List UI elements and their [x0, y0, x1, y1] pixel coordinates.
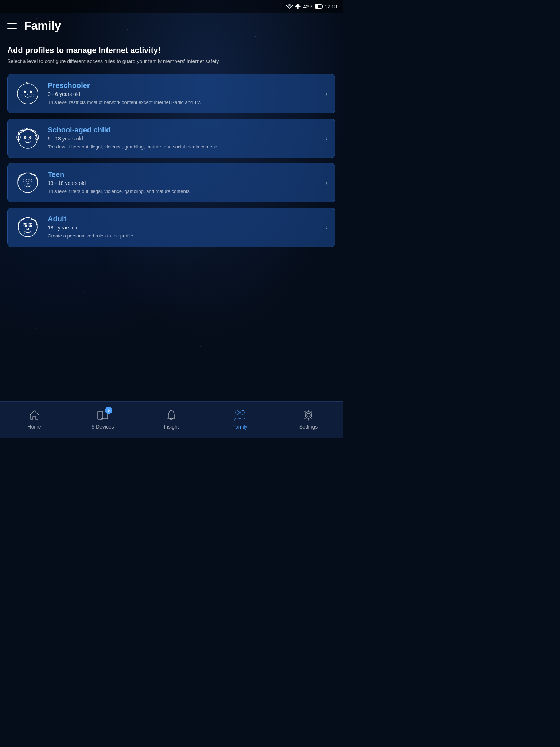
airplane-icon [295, 4, 301, 9]
section-subtitle: Select a level to configure different ac… [7, 58, 335, 65]
devices-badge: 5 [105, 407, 112, 414]
nav-item-devices[interactable]: 5 5 Devices [69, 409, 137, 430]
hamburger-menu[interactable] [7, 23, 17, 29]
adult-card[interactable]: Adult 18+ years old Create a personalize… [7, 208, 335, 247]
home-icon [28, 409, 41, 422]
school-aged-icon [15, 125, 40, 151]
home-label: Home [27, 424, 41, 430]
teen-info: Teen 13 - 18 years old This level filter… [48, 170, 318, 195]
svg-point-19 [24, 185, 25, 186]
adult-age: 18+ years old [48, 225, 318, 231]
svg-point-21 [18, 218, 37, 237]
school-aged-info: School-aged child 6 - 13 years old This … [48, 126, 318, 150]
page-title: Family [24, 19, 61, 32]
settings-label: Settings [299, 424, 318, 430]
nav-item-insight[interactable]: Insight [137, 409, 206, 430]
wifi-icon [286, 4, 293, 9]
svg-point-18 [18, 173, 38, 193]
profile-cards-list: Preschooler 0 - 6 years old This level r… [7, 74, 335, 247]
preschooler-name: Preschooler [48, 81, 318, 90]
svg-point-3 [18, 84, 38, 104]
preschooler-icon [15, 81, 40, 107]
svg-point-30 [236, 411, 239, 414]
hamburger-line-2 [7, 26, 17, 26]
nav-item-home[interactable]: Home [0, 409, 69, 430]
teen-name: Teen [48, 170, 318, 179]
svg-point-6 [25, 92, 26, 92]
svg-point-24 [25, 225, 26, 227]
school-aged-chevron: › [325, 134, 328, 142]
svg-point-8 [27, 94, 28, 95]
bell-icon [165, 409, 178, 422]
adult-desc: Create a personalized rules to the profi… [48, 233, 318, 239]
gear-icon [302, 409, 315, 422]
svg-point-10 [31, 94, 34, 97]
battery-icon [315, 4, 323, 9]
teen-card[interactable]: Teen 13 - 18 years old This level filter… [7, 163, 335, 202]
adult-icon [15, 214, 40, 240]
app-container: 42% 22:13 Family Add profiles to manage … [0, 0, 343, 438]
teen-desc: This level filters out illegal, violence… [48, 188, 318, 195]
svg-rect-27 [101, 413, 108, 419]
svg-point-25 [30, 225, 31, 227]
time-text: 22:13 [325, 4, 337, 9]
preschooler-chevron: › [325, 89, 328, 98]
nav-item-settings[interactable]: Settings [274, 409, 343, 430]
insight-label: Insight [164, 424, 179, 430]
school-aged-desc: This level filters out illegal, violence… [48, 144, 318, 150]
bottom-nav: Home 5 5 Devices [0, 401, 343, 438]
preschooler-age: 0 - 6 years old [48, 91, 318, 97]
preschooler-info: Preschooler 0 - 6 years old This level r… [48, 81, 318, 106]
svg-point-16 [25, 137, 26, 138]
svg-point-20 [30, 185, 31, 186]
teen-chevron: › [325, 178, 328, 187]
status-bar: 42% 22:13 [0, 0, 343, 13]
section-title: Add profiles to manage Internet activity… [7, 46, 335, 55]
school-aged-card[interactable]: School-aged child 6 - 13 years old This … [7, 119, 335, 158]
svg-point-9 [22, 94, 24, 97]
nav-item-family[interactable]: Family [206, 409, 274, 430]
svg-rect-2 [315, 5, 318, 8]
svg-point-7 [31, 92, 31, 92]
adult-chevron: › [325, 223, 328, 231]
battery-text: 42% [303, 4, 312, 9]
top-bar: Family [0, 13, 343, 38]
devices-label: 5 Devices [92, 424, 114, 430]
adult-name: Adult [48, 215, 318, 223]
svg-point-32 [307, 413, 310, 417]
hamburger-line-1 [7, 23, 17, 24]
svg-point-33 [305, 412, 312, 418]
teen-icon [15, 170, 40, 196]
svg-rect-1 [322, 5, 323, 8]
svg-point-17 [30, 137, 31, 138]
main-content: Add profiles to manage Internet activity… [0, 38, 343, 401]
teen-age: 13 - 18 years old [48, 180, 318, 186]
preschooler-card[interactable]: Preschooler 0 - 6 years old This level r… [7, 74, 335, 113]
hamburger-line-3 [7, 28, 17, 29]
family-label: Family [232, 424, 247, 430]
devices-icon: 5 [96, 409, 109, 422]
school-aged-name: School-aged child [48, 126, 318, 134]
school-aged-age: 6 - 13 years old [48, 136, 318, 142]
adult-info: Adult 18+ years old Create a personalize… [48, 215, 318, 239]
family-icon [233, 409, 246, 422]
status-icons: 42% 22:13 [286, 4, 337, 9]
preschooler-desc: This level restricts most of network con… [48, 99, 318, 106]
